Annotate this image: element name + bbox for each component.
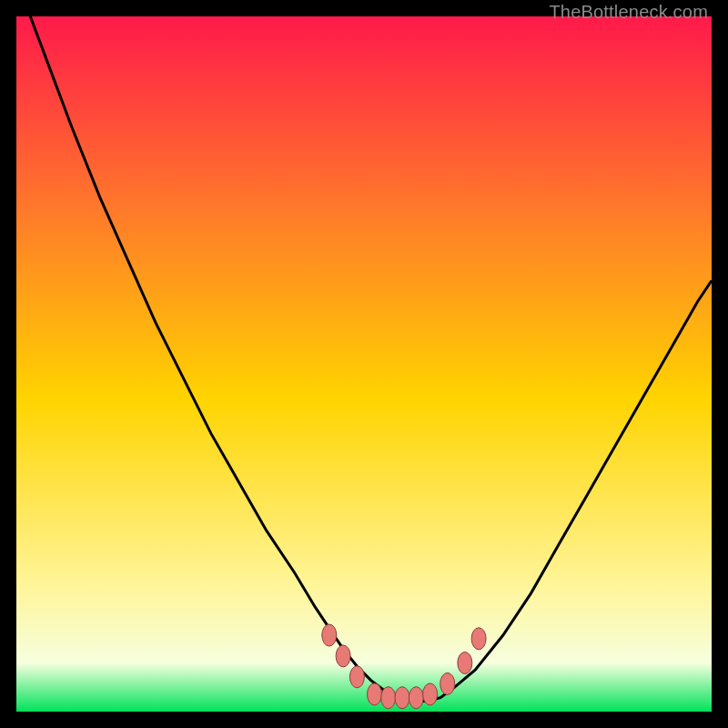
curve-marker: [471, 628, 486, 650]
curve-marker: [395, 687, 410, 709]
curve-marker: [349, 666, 364, 688]
watermark-text: TheBottleneck.com: [549, 2, 708, 23]
bottleneck-chart: [16, 16, 712, 712]
curve-marker: [381, 687, 396, 709]
curve-marker: [440, 672, 455, 694]
curve-marker: [336, 645, 350, 667]
curve-marker: [409, 687, 423, 709]
curve-marker: [368, 683, 382, 705]
curve-marker: [322, 624, 337, 646]
gradient-background: [16, 16, 712, 712]
curve-marker: [423, 683, 438, 705]
curve-marker: [458, 652, 472, 674]
chart-frame: [16, 16, 712, 712]
